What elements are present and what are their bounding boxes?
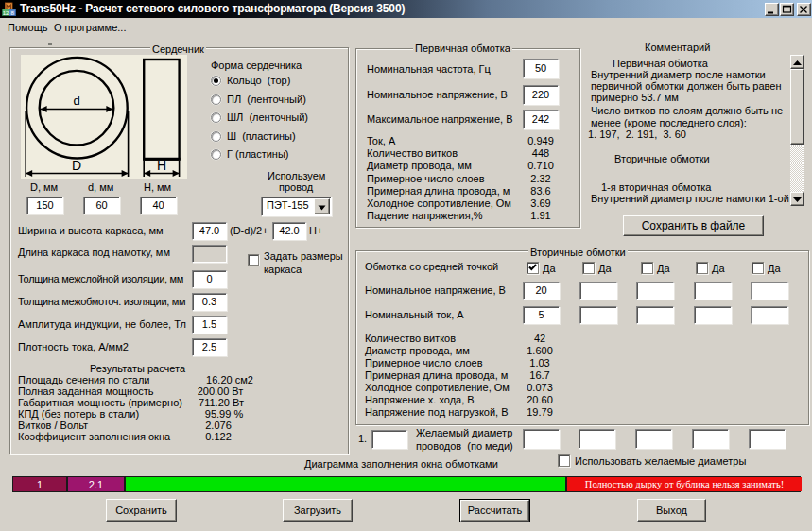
svg-text:D: D: [72, 158, 81, 173]
svg-text:d: d: [73, 94, 79, 108]
svg-text:H: H: [157, 158, 166, 173]
svg-text:12: 12: [3, 10, 9, 16]
